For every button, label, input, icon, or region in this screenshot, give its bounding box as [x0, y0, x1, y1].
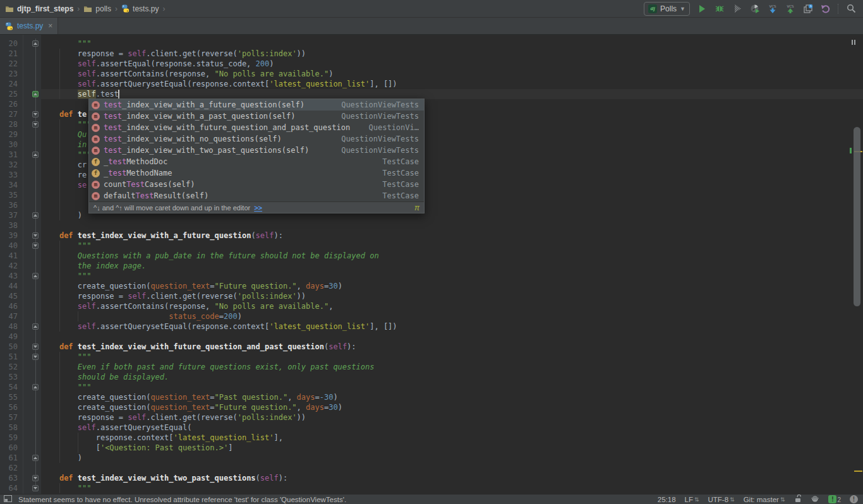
search-everywhere-icon[interactable] [845, 3, 857, 15]
code-line[interactable]: """ [41, 271, 91, 281]
fold-collapse-icon[interactable] [32, 384, 39, 390]
fold-expand-icon[interactable] [32, 354, 39, 360]
fold-region-line [35, 39, 36, 489]
code-line[interactable]: def test_index_view_with_future_question… [41, 342, 356, 352]
run-icon[interactable] [696, 3, 708, 15]
code-line[interactable]: Questions with a pub_date in the future … [41, 251, 379, 261]
code-line[interactable]: re [41, 170, 87, 180]
fold-expand-icon[interactable] [32, 485, 39, 491]
code-line[interactable]: create_question(question_text="Future qu… [41, 281, 342, 291]
code-editor[interactable]: 2021222324252627282930313233343536373839… [0, 35, 863, 494]
fold-expand-icon[interactable] [32, 232, 39, 239]
completion-item[interactable]: mtest_index_view_with_no_questions(self)… [89, 133, 424, 145]
fold-collapse-icon[interactable] [32, 40, 39, 47]
code-line[interactable]: """ [41, 150, 91, 160]
completion-item-name: defaultTestResult(self) [104, 191, 208, 200]
run-with-coverage-icon[interactable] [732, 3, 743, 15]
vcs-commit-icon[interactable]: VCS [785, 3, 796, 15]
fold-expand-icon[interactable] [32, 475, 39, 481]
code-line[interactable]: ['<Question: Past question.>'] [41, 443, 232, 453]
warning-stripe-mark[interactable] [854, 471, 862, 472]
fold-expand-icon[interactable] [32, 344, 39, 350]
completion-hint-link[interactable]: >> [254, 204, 262, 212]
editor-scrollbar[interactable] [854, 127, 860, 306]
code-line[interactable]: """ [41, 39, 91, 49]
code-line[interactable]: response = self.client.get(reverse('poll… [41, 49, 306, 59]
completion-item[interactable]: mtest_index_view_with_a_past_question(se… [89, 111, 424, 122]
close-icon[interactable]: × [48, 21, 52, 30]
code-line[interactable]: self.assertEqual(response.status_code, 2… [41, 59, 274, 69]
code-line[interactable]: """ [41, 483, 91, 493]
rollback-icon[interactable] [820, 3, 831, 15]
breadcrumb-item-djtp_first_steps[interactable]: djtp_first_steps [5, 4, 73, 13]
breadcrumb-item-polls[interactable]: polls [83, 4, 111, 13]
code-line[interactable]: se [41, 180, 87, 190]
line-number: 25 [0, 89, 18, 99]
code-line[interactable]: def te [41, 109, 87, 119]
debug-bug-icon[interactable] [714, 3, 725, 15]
profiler-icon[interactable] [749, 3, 761, 15]
code-line[interactable]: ) [41, 453, 82, 463]
fold-expand-icon[interactable] [32, 243, 39, 249]
completion-item-name: test_index_view_with_a_future_question(s… [104, 100, 305, 109]
completion-item[interactable]: mtest_index_view_with_a_future_question(… [89, 99, 424, 111]
fold-collapse-icon[interactable] [32, 212, 39, 219]
code-line[interactable]: in [41, 140, 87, 150]
pi-shortcuts-icon[interactable]: π [414, 203, 419, 212]
completion-item[interactable]: mdefaultTestResult(self)TestCase [89, 190, 424, 201]
code-line[interactable]: self.assertContains(response, "No polls … [41, 301, 333, 311]
code-line[interactable]: should be displayed. [41, 372, 169, 382]
encoding-widget[interactable]: UTF-8⇅ [708, 496, 735, 503]
fold-collapse-icon[interactable] [32, 323, 39, 330]
fold-collapse-icon[interactable] [32, 455, 39, 461]
code-line[interactable]: """ [41, 382, 91, 392]
code-line[interactable]: """ [41, 119, 91, 129]
caret-position-widget[interactable]: 25:18 [658, 496, 676, 503]
fold-expand-icon[interactable] [32, 121, 39, 128]
code-line[interactable]: cr [41, 160, 87, 170]
code-line[interactable]: Qu [41, 129, 87, 140]
fold-expand-icon[interactable] [32, 111, 39, 117]
git-branch-widget[interactable]: Git: master⇅ [744, 496, 785, 503]
completion-item[interactable]: mcountTestCases(self)TestCase [89, 179, 424, 190]
code-line[interactable]: Even if both past and future questions e… [41, 362, 374, 372]
line-number: 23 [0, 69, 18, 79]
code-line[interactable]: response.context['latest_question_list']… [41, 433, 283, 443]
code-line[interactable]: response = self.client.get(reverse('poll… [41, 412, 306, 423]
completion-item[interactable]: f_testMethodNameTestCase [89, 167, 424, 179]
completion-item[interactable]: f_testMethodDocTestCase [89, 156, 424, 167]
vcs-update-icon[interactable]: VCS [767, 3, 778, 15]
code-line[interactable]: def test_index_view_with_a_future_questi… [41, 231, 283, 241]
tab-tests-py[interactable]: tests.py × [0, 18, 58, 34]
analysis-paused-icon[interactable] [852, 40, 855, 45]
inspections-profile-icon[interactable] [811, 495, 819, 504]
run-configuration-select[interactable]: dj Polls ▼ [644, 2, 690, 16]
fold-collapse-icon[interactable] [32, 152, 39, 158]
breadcrumb-item-tests.py[interactable]: tests.py [121, 4, 159, 13]
code-line[interactable]: self.test [41, 89, 119, 99]
ide-error-icon[interactable]: ! [850, 495, 858, 503]
code-line[interactable]: status_code=200) [41, 311, 242, 321]
code-line[interactable]: create_question(question_text="Future qu… [41, 402, 342, 412]
code-line[interactable]: """ [41, 241, 91, 251]
fold-collapse-icon[interactable] [32, 91, 39, 97]
event-log-notification[interactable]: ! 2 [828, 495, 841, 503]
code-line[interactable]: the index page. [41, 261, 146, 271]
code-line[interactable]: self.assertQuerysetEqual(response.contex… [41, 79, 397, 89]
completion-item[interactable]: mtest_index_view_with_two_past_questions… [89, 145, 424, 156]
code-line[interactable]: def test_index_view_with_two_past_questi… [41, 473, 287, 483]
code-line[interactable]: self.assertContains(response, "No polls … [41, 69, 333, 79]
lock-icon[interactable] [794, 495, 802, 504]
code-line[interactable]: create_question(question_text="Past ques… [41, 392, 338, 402]
line-separator-widget[interactable]: LF⇅ [685, 496, 699, 503]
fold-collapse-icon[interactable] [32, 273, 39, 279]
completion-item[interactable]: mtest_index_view_with_future_question_an… [89, 122, 424, 133]
code-line[interactable]: ) [41, 210, 82, 220]
completion-item-type: TestCase [382, 157, 419, 166]
code-line[interactable]: """ [41, 352, 91, 362]
code-line[interactable]: self.assertQuerysetEqual( [41, 423, 191, 433]
code-line[interactable]: self.assertQuerysetEqual(response.contex… [41, 321, 397, 332]
recent-changes-icon[interactable] [802, 3, 814, 15]
code-line[interactable]: response = self.client.get(reverse('poll… [41, 291, 306, 301]
toolwindow-switcher-icon[interactable] [4, 495, 12, 504]
